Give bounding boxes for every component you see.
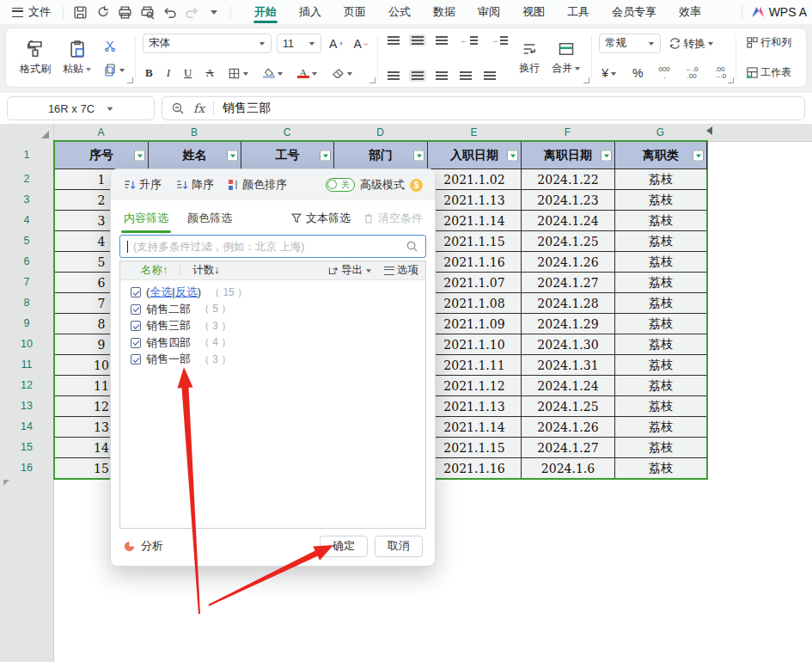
wps-ai-brand[interactable]: WPS A (742, 5, 807, 19)
dialog-launcher-icon[interactable] (583, 77, 589, 83)
cell[interactable]: 2024.1.24 (522, 211, 615, 231)
cell[interactable]: 荔枝 (615, 190, 707, 211)
cell[interactable]: 荔枝 (615, 293, 707, 314)
fx-icon[interactable]: fx (193, 101, 205, 115)
cell[interactable]: 2021.1.12 (428, 376, 522, 396)
row-header-7[interactable]: 7 (0, 272, 53, 292)
column-header-g[interactable]: G (614, 124, 706, 141)
merge-cells-button[interactable]: 合并 (548, 39, 584, 77)
row-header-1[interactable]: 1 (0, 141, 53, 169)
filter-item[interactable]: 销售三部 （ 3 ） (131, 320, 425, 332)
filter-button[interactable] (413, 150, 424, 161)
decrease-decimal-button[interactable]: .00→.0 (711, 64, 730, 82)
color-sort-button[interactable]: 颜色排序 (228, 177, 287, 193)
header-cell[interactable]: 姓名 (149, 142, 241, 169)
row-header-8[interactable]: 8 (0, 292, 53, 313)
cut-button[interactable] (101, 37, 128, 54)
cell[interactable]: 2021.1.15 (428, 438, 522, 458)
tab-data[interactable]: 数据 (422, 0, 467, 24)
ok-button[interactable]: 确定 (320, 536, 368, 557)
filter-search-input[interactable] (131, 240, 402, 254)
cell[interactable]: 荔枝 (615, 376, 707, 396)
filter-button[interactable] (320, 150, 331, 161)
row-header-3[interactable]: 3 (0, 189, 53, 210)
eraser-button[interactable] (329, 66, 356, 81)
row-header-6[interactable]: 6 (0, 251, 53, 272)
justify-button[interactable] (457, 70, 474, 82)
cell[interactable]: 荔枝 (615, 396, 707, 417)
cell[interactable]: 2024.1.30 (522, 334, 615, 355)
increase-decimal-button[interactable]: ←.0.00 (683, 64, 701, 82)
percent-format-button[interactable]: % (630, 64, 645, 82)
clear-filter-button[interactable]: 清空条件 (363, 211, 423, 226)
row-header-13[interactable]: 13 (0, 395, 53, 416)
sort-by-count-button[interactable]: 计数↓ (192, 263, 219, 278)
align-left-button[interactable] (385, 70, 402, 82)
cell[interactable]: 2021.1.16 (428, 252, 522, 273)
select-all-link[interactable]: 全选 (150, 285, 172, 298)
dialog-launcher-icon[interactable] (728, 77, 734, 83)
column-header-c[interactable]: C (241, 124, 333, 141)
export-icon[interactable] (91, 3, 113, 21)
font-color-button[interactable]: A (295, 66, 321, 81)
column-header-f[interactable]: F (521, 124, 614, 141)
tab-page[interactable]: 页面 (333, 0, 377, 24)
filter-button[interactable] (507, 150, 518, 161)
cell[interactable]: 2021.1.16 (428, 458, 522, 479)
column-boundary-widget[interactable] (706, 126, 712, 135)
row-header-11[interactable]: 11 (0, 354, 53, 375)
cell[interactable]: 2021.1.11 (428, 355, 522, 376)
cell[interactable]: 2021.1.08 (428, 293, 522, 314)
cell[interactable]: 荔枝 (615, 458, 707, 479)
tab-formulas[interactable]: 公式 (377, 0, 422, 24)
italic-button[interactable]: I (164, 64, 173, 82)
undo-icon[interactable] (158, 3, 180, 21)
bold-button[interactable]: B (143, 64, 156, 82)
filter-button[interactable] (227, 150, 238, 161)
cell[interactable]: 2024.1.27 (522, 438, 615, 458)
cell[interactable]: 2024.1.25 (522, 396, 615, 417)
cell[interactable]: 2024.1.24 (522, 376, 615, 396)
worksheet-button[interactable]: 工作表 (743, 64, 794, 82)
search-icon[interactable] (406, 240, 418, 253)
convert-button[interactable]: 转换 (666, 34, 717, 53)
cell[interactable]: 2024.1.31 (522, 355, 615, 376)
align-center-button[interactable] (409, 70, 426, 82)
cell[interactable]: 2021.1.13 (428, 396, 522, 417)
row-header-14[interactable]: 14 (0, 416, 53, 437)
header-cell[interactable]: 入职日期 (428, 142, 522, 169)
filter-button[interactable] (134, 150, 145, 161)
header-cell[interactable]: 序号 (55, 142, 149, 169)
analyze-button[interactable]: 分析 (123, 538, 163, 554)
cell[interactable]: 2021.1.13 (428, 190, 522, 211)
dialog-launcher-icon[interactable] (127, 77, 133, 83)
tab-tools[interactable]: 工具 (556, 0, 601, 24)
distributed-button[interactable] (481, 70, 498, 82)
row-header-9[interactable]: 9 (0, 313, 53, 334)
cell[interactable]: 荔枝 (615, 273, 707, 293)
number-format-select[interactable]: 常规 (599, 34, 661, 53)
cell[interactable]: 2024.1.27 (522, 273, 615, 293)
print-icon[interactable] (113, 3, 136, 21)
format-painter-button[interactable]: 格式刷 (16, 38, 54, 78)
align-right-button[interactable] (433, 70, 450, 82)
cell[interactable]: 荔枝 (615, 355, 707, 376)
row-header-10[interactable]: 10 (0, 334, 53, 354)
cell[interactable]: 2021.1.02 (428, 169, 522, 190)
checkbox-checked[interactable] (131, 304, 141, 315)
cell[interactable]: 2024.1.23 (522, 190, 615, 211)
dialog-launcher-icon[interactable] (369, 77, 375, 83)
tab-view[interactable]: 视图 (511, 0, 556, 24)
checkbox-checked[interactable] (131, 354, 141, 365)
font-size-select[interactable]: 11 (277, 34, 321, 53)
formula-input[interactable]: fx 销售三部 (162, 96, 805, 120)
cell[interactable]: 2024.1.28 (522, 293, 615, 314)
save-icon[interactable] (69, 3, 91, 21)
header-cell[interactable]: 部门 (334, 142, 428, 169)
cell[interactable]: 荔枝 (615, 211, 707, 231)
cell[interactable]: 荔枝 (615, 314, 707, 334)
grow-font-button[interactable]: A+ (327, 35, 346, 52)
select-all-corner[interactable] (0, 124, 54, 141)
cell[interactable]: 2021.1.15 (428, 231, 522, 252)
cell[interactable]: 荔枝 (615, 231, 707, 252)
